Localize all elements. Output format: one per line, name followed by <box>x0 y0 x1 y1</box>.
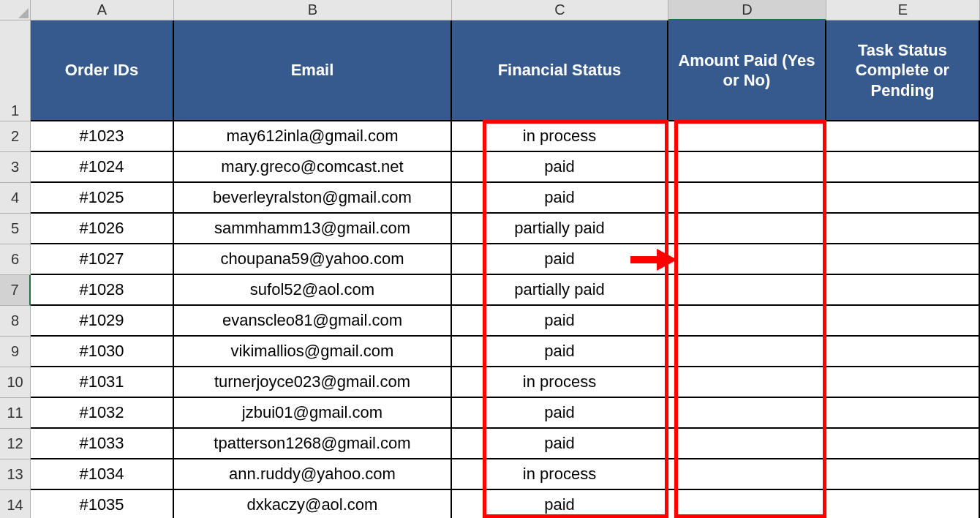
column-header-e[interactable]: E <box>826 0 980 20</box>
cell[interactable]: #1032 <box>31 398 174 429</box>
cell[interactable]: #1035 <box>31 490 174 518</box>
table-header-row: Order IDsEmailFinancial StatusAmount Pai… <box>31 20 980 121</box>
cell[interactable] <box>826 275 980 306</box>
cell[interactable] <box>826 490 980 518</box>
cell[interactable] <box>668 490 826 518</box>
cell[interactable] <box>668 275 826 306</box>
row-header-12[interactable]: 12 <box>0 429 31 459</box>
cell[interactable] <box>826 152 980 183</box>
cell[interactable] <box>668 121 826 152</box>
cell[interactable]: in process <box>452 459 668 490</box>
cell[interactable]: #1031 <box>31 367 174 398</box>
cell[interactable] <box>668 459 826 490</box>
cell[interactable]: partially paid <box>452 214 668 244</box>
cell[interactable]: evanscleo81@gmail.com <box>174 306 452 337</box>
table-row: #1023may612inla@gmail.comin process <box>31 121 980 152</box>
row-header-2[interactable]: 2 <box>0 121 31 152</box>
row-header-10[interactable]: 10 <box>0 367 31 398</box>
cell[interactable]: paid <box>452 244 668 275</box>
row-header-9[interactable]: 9 <box>0 337 31 367</box>
cell[interactable]: #1024 <box>31 152 174 183</box>
row-header-1[interactable]: 1 <box>0 20 31 121</box>
column-header-d[interactable]: D <box>668 0 826 20</box>
cell[interactable]: paid <box>452 490 668 518</box>
cell[interactable]: sufol52@aol.com <box>174 275 452 306</box>
cell[interactable]: ann.ruddy@yahoo.com <box>174 459 452 490</box>
table-row: #1029evanscleo81@gmail.compaid <box>31 306 980 337</box>
cell[interactable] <box>668 183 826 214</box>
cell[interactable]: paid <box>452 398 668 429</box>
cell[interactable] <box>668 429 826 459</box>
column-header-b[interactable]: B <box>174 0 452 20</box>
cell[interactable]: vikimallios@gmail.com <box>174 337 452 367</box>
spreadsheet: ABCDE 1234567891011121314 Order IDsEmail… <box>0 0 980 518</box>
header-cell[interactable]: Task Status Complete or Pending <box>826 20 980 121</box>
cell[interactable]: sammhamm13@gmail.com <box>174 214 452 244</box>
cell[interactable]: #1033 <box>31 429 174 459</box>
cell[interactable]: paid <box>452 306 668 337</box>
cell[interactable]: mary.greco@comcast.net <box>174 152 452 183</box>
row-header-5[interactable]: 5 <box>0 214 31 244</box>
header-cell[interactable]: Order IDs <box>31 20 174 121</box>
table-row: #1034ann.ruddy@yahoo.comin process <box>31 459 980 490</box>
cell[interactable]: choupana59@yahoo.com <box>174 244 452 275</box>
cell[interactable] <box>826 183 980 214</box>
cell[interactable]: partially paid <box>452 275 668 306</box>
cell[interactable] <box>668 337 826 367</box>
cell[interactable]: jzbui01@gmail.com <box>174 398 452 429</box>
select-all-corner[interactable] <box>0 0 31 20</box>
header-cell[interactable]: Email <box>174 20 452 121</box>
cell[interactable]: #1027 <box>31 244 174 275</box>
cell[interactable] <box>826 244 980 275</box>
cell[interactable]: paid <box>452 337 668 367</box>
cell[interactable] <box>668 152 826 183</box>
cell[interactable] <box>826 459 980 490</box>
cell[interactable] <box>826 306 980 337</box>
cell[interactable]: turnerjoyce023@gmail.com <box>174 367 452 398</box>
row-header-14[interactable]: 14 <box>0 490 31 518</box>
cell[interactable]: paid <box>452 152 668 183</box>
cell[interactable] <box>826 121 980 152</box>
cell[interactable] <box>668 244 826 275</box>
cell[interactable]: #1026 <box>31 214 174 244</box>
table-row: #1028sufol52@aol.compartially paid <box>31 275 980 306</box>
cell[interactable]: in process <box>452 121 668 152</box>
cell[interactable]: tpatterson1268@gmail.com <box>174 429 452 459</box>
row-header-7[interactable]: 7 <box>0 275 31 306</box>
row-header-4[interactable]: 4 <box>0 183 31 214</box>
table-row: #1027choupana59@yahoo.compaid <box>31 244 980 275</box>
cell[interactable] <box>826 337 980 367</box>
column-header-a[interactable]: A <box>31 0 174 20</box>
cell[interactable] <box>668 306 826 337</box>
cell[interactable]: #1023 <box>31 121 174 152</box>
column-header-c[interactable]: C <box>452 0 668 20</box>
cell[interactable]: dxkaczy@aol.com <box>174 490 452 518</box>
table-row: #1024mary.greco@comcast.netpaid <box>31 152 980 183</box>
cell-grid: Order IDsEmailFinancial StatusAmount Pai… <box>31 20 980 518</box>
cell[interactable]: may612inla@gmail.com <box>174 121 452 152</box>
header-cell[interactable]: Financial Status <box>452 20 668 121</box>
header-cell[interactable]: Amount Paid (Yes or No) <box>668 20 826 121</box>
cell[interactable] <box>826 367 980 398</box>
cell[interactable]: in process <box>452 367 668 398</box>
cell[interactable]: #1030 <box>31 337 174 367</box>
cell[interactable] <box>668 398 826 429</box>
cell[interactable]: #1034 <box>31 459 174 490</box>
cell[interactable]: #1028 <box>31 275 174 306</box>
cell[interactable]: paid <box>452 183 668 214</box>
cell[interactable]: paid <box>452 429 668 459</box>
cell[interactable] <box>668 367 826 398</box>
cell[interactable]: #1029 <box>31 306 174 337</box>
cell[interactable] <box>826 214 980 244</box>
row-header-11[interactable]: 11 <box>0 398 31 429</box>
cell[interactable]: beverleyralston@gmail.com <box>174 183 452 214</box>
select-all-icon <box>18 8 29 18</box>
row-header-8[interactable]: 8 <box>0 306 31 337</box>
cell[interactable] <box>668 214 826 244</box>
row-header-3[interactable]: 3 <box>0 152 31 183</box>
cell[interactable] <box>826 429 980 459</box>
row-header-13[interactable]: 13 <box>0 459 31 490</box>
row-header-6[interactable]: 6 <box>0 244 31 275</box>
cell[interactable] <box>826 398 980 429</box>
cell[interactable]: #1025 <box>31 183 174 214</box>
